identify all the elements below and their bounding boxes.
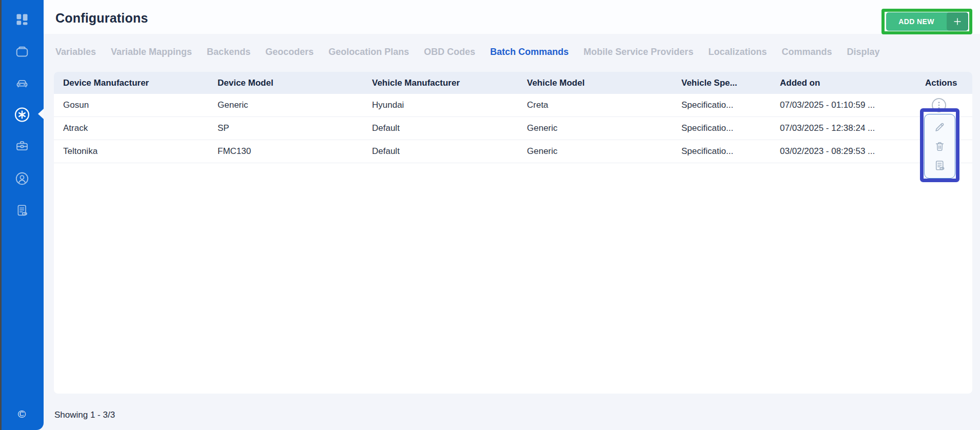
cell-vehicle-manufacturer: Default: [363, 140, 518, 163]
cell-added-on: 07/03/2025 - 01:10:59 ...: [771, 94, 916, 116]
window-edge: [0, 0, 2, 430]
table-row[interactable]: Teltonika FMC130 Default Generic Specifi…: [54, 140, 972, 163]
toolbox-icon: [15, 139, 29, 153]
cell-vehicle-model: Generic: [518, 140, 672, 163]
tab-geolocation-plans[interactable]: Geolocation Plans: [328, 47, 409, 57]
cell-added-on: 07/03/2025 - 12:38:24 ...: [771, 117, 916, 140]
cell-vehicle-model: Generic: [518, 117, 672, 140]
tab-mobile-service-providers[interactable]: Mobile Service Providers: [583, 47, 693, 57]
cell-vehicle-specification: Specificatio...: [672, 94, 771, 116]
column-vehicle-specification: Vehicle Spe...: [672, 72, 771, 94]
sidebar-item-accounts[interactable]: [15, 171, 29, 186]
tab-backends[interactable]: Backends: [207, 47, 250, 57]
account-icon: [15, 171, 29, 186]
page-header: [44, 0, 980, 34]
table-row[interactable]: Atrack SP Default Generic Specificatio..…: [54, 117, 972, 140]
cell-added-on: 03/02/2023 - 08:29:53 ...: [771, 140, 916, 163]
tab-batch-commands[interactable]: Batch Commands: [490, 47, 569, 57]
document-eye-icon: [15, 203, 29, 218]
column-vehicle-manufacturer: Vehicle Manufacturer: [363, 72, 518, 94]
cell-device-manufacturer: Gosun: [54, 94, 208, 116]
tab-display[interactable]: Display: [847, 47, 879, 57]
highlight-actions-menu: [920, 108, 959, 182]
cell-device-manufacturer: Atrack: [54, 117, 208, 140]
column-actions: Actions: [916, 72, 972, 94]
pagination-summary: Showing 1 - 3/3: [54, 410, 115, 420]
cell-vehicle-model: Creta: [518, 94, 672, 116]
tab-variable-mappings[interactable]: Variable Mappings: [111, 47, 192, 57]
page-title: Configurations: [55, 11, 148, 26]
sidebar-item-configurations[interactable]: [14, 107, 30, 123]
tab-geocoders[interactable]: Geocoders: [265, 47, 313, 57]
cell-vehicle-manufacturer: Hyundai: [363, 94, 518, 116]
tab-localizations[interactable]: Localizations: [708, 47, 767, 57]
tab-obd-codes[interactable]: OBD Codes: [424, 47, 475, 57]
column-device-manufacturer: Device Manufacturer: [54, 72, 208, 94]
tab-commands[interactable]: Commands: [781, 47, 832, 57]
column-vehicle-model: Vehicle Model: [518, 72, 672, 94]
cell-vehicle-manufacturer: Default: [363, 117, 518, 140]
table-row[interactable]: Gosun Generic Hyundai Creta Specificatio…: [54, 94, 972, 117]
dashboard-icon: [15, 12, 29, 27]
table-card: Device Manufacturer Device Model Vehicle…: [54, 72, 972, 394]
cell-vehicle-specification: Specificatio...: [672, 140, 771, 163]
active-item-indicator: [38, 109, 44, 119]
cell-device-model: FMC130: [208, 140, 363, 163]
column-device-model: Device Model: [208, 72, 363, 94]
sidebar-item-logs[interactable]: [15, 203, 29, 218]
cell-device-model: Generic: [208, 94, 363, 116]
cell-device-model: SP: [208, 117, 363, 140]
cell-vehicle-specification: Specificatio...: [672, 117, 771, 140]
sidebar-item-toolbox[interactable]: [15, 139, 29, 153]
sidebar: ©: [0, 0, 44, 430]
table-header-row: Device Manufacturer Device Model Vehicle…: [54, 72, 972, 94]
highlight-add-new: [881, 9, 972, 34]
settings-asterisk-icon: [14, 107, 30, 123]
sidebar-item-devices[interactable]: [15, 45, 29, 59]
sidebar-item-vehicles[interactable]: [15, 76, 29, 90]
device-box-icon: [15, 45, 29, 59]
column-added-on: Added on: [771, 72, 916, 94]
tab-variables[interactable]: Variables: [55, 47, 96, 57]
copyright-icon: ©: [0, 408, 44, 420]
car-icon: [15, 76, 29, 90]
sidebar-item-dashboard[interactable]: [15, 12, 29, 27]
tab-bar: Variables Variable Mappings Backends Geo…: [55, 47, 879, 57]
cell-device-manufacturer: Teltonika: [54, 140, 208, 163]
